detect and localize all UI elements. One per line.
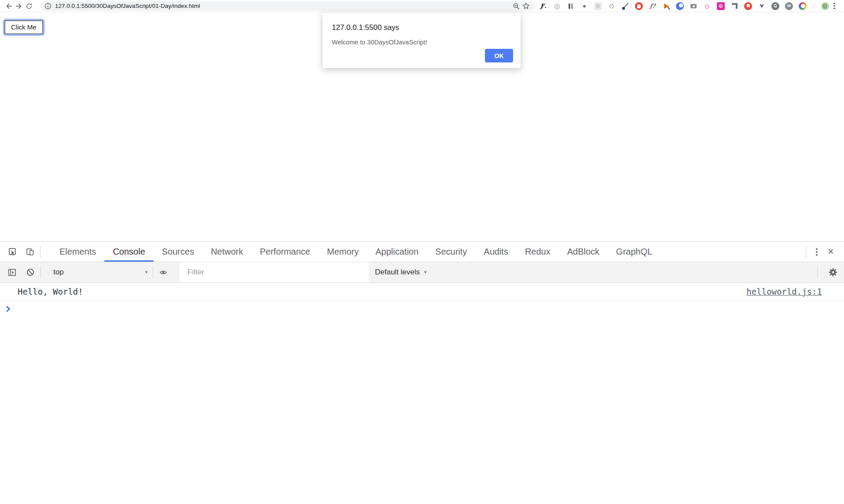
- gear-icon: [829, 268, 837, 277]
- tab-memory[interactable]: Memory: [319, 242, 367, 262]
- target-extension-icon[interactable]: ◎: [553, 2, 561, 10]
- tab-performance[interactable]: Performance: [252, 242, 319, 262]
- bug-extension-icon[interactable]: ●: [580, 2, 588, 10]
- alert-dialog: 127.0.0.1:5500 says Welcome to 30DaysOfJ…: [323, 13, 521, 68]
- console-prompt-chevron-icon: [6, 305, 11, 313]
- fonts-ninja-extension-icon[interactable]: Ƒ.: [539, 2, 547, 10]
- tab-application[interactable]: Application: [367, 242, 427, 262]
- tab-redux[interactable]: Redux: [517, 242, 559, 262]
- gray-steps-extension-icon[interactable]: [730, 2, 738, 10]
- tab-audits[interactable]: Audits: [475, 242, 517, 262]
- zoom-magnifier-icon[interactable]: [511, 1, 521, 11]
- tab-console[interactable]: Console: [104, 242, 153, 262]
- live-expression-eye-button[interactable]: [158, 267, 169, 278]
- reload-button[interactable]: [24, 1, 34, 11]
- extensions-strip: Ƒ. ◎ ● ⚙ ⊙ ƒ? ◇ ⚙ ♥ G W {}: [539, 2, 829, 10]
- inspect-cursor-icon: [8, 248, 17, 256]
- dots-circle-extension-icon[interactable]: ⊙: [608, 2, 616, 10]
- forward-button[interactable]: [14, 1, 24, 11]
- w-circle-extension-icon[interactable]: W: [785, 2, 793, 10]
- execution-context-select[interactable]: top ▼: [53, 268, 148, 277]
- tab-sources[interactable]: Sources: [154, 242, 202, 262]
- camera-extension-icon[interactable]: [690, 2, 697, 10]
- back-arrow-icon: [5, 3, 12, 10]
- clear-console-icon: [26, 268, 34, 276]
- function-question-extension-icon[interactable]: ƒ?: [649, 2, 657, 10]
- console-sidebar-toggle-button[interactable]: [6, 267, 18, 278]
- devtools-settings-button[interactable]: [827, 267, 839, 278]
- console-message-source-link[interactable]: helloworld.js:1: [746, 287, 822, 296]
- alert-dialog-message: Welcome to 30DaysOfJavaScript!: [332, 39, 508, 46]
- log-levels-select[interactable]: Default levels ▼: [375, 268, 427, 277]
- forward-arrow-icon: [15, 3, 22, 10]
- devtools-close-button[interactable]: ×: [823, 245, 839, 259]
- device-toolbar-icon: [26, 248, 34, 256]
- red-bookmark-extension-icon[interactable]: [744, 2, 752, 10]
- browser-toolbar: 127.0.0.1:5500/30DaysOfJavaScript/01-Day…: [0, 0, 844, 12]
- extensions-separator: [814, 2, 814, 10]
- tabbar-spacer: [661, 242, 801, 262]
- url-text: 127.0.0.1:5500/30DaysOfJavaScript/01-Day…: [55, 3, 200, 9]
- device-toolbar-button[interactable]: [24, 246, 36, 258]
- megaphone-extension-icon[interactable]: [662, 2, 670, 10]
- console-prompt-row[interactable]: [0, 301, 844, 314]
- tab-adblock[interactable]: AdBlock: [559, 242, 608, 262]
- levels-caret-down-icon: ▼: [423, 270, 427, 274]
- blue-orbit-extension-icon[interactable]: [676, 2, 684, 10]
- bookmark-star-icon[interactable]: [521, 1, 531, 11]
- pink-gear-extension-icon[interactable]: ⚙: [717, 2, 725, 10]
- json-viewer-extension-icon[interactable]: {}: [821, 2, 829, 10]
- clear-console-button[interactable]: [25, 267, 36, 278]
- color-picker-extension-icon[interactable]: [621, 2, 629, 10]
- click-me-button[interactable]: Click Me: [4, 20, 43, 34]
- inspect-element-button[interactable]: [7, 246, 18, 258]
- tabbar-divider: [40, 246, 40, 258]
- eye-icon: [159, 268, 167, 277]
- tab-elements[interactable]: Elements: [51, 242, 104, 262]
- console-toolbar-divider-2: [153, 267, 153, 278]
- color-ring-extension-icon[interactable]: [799, 2, 807, 10]
- devtools-panel: Elements Console Sources Network Perform…: [0, 241, 844, 504]
- heart-search-extension-icon[interactable]: ♥: [758, 2, 766, 10]
- tab-network[interactable]: Network: [202, 242, 251, 262]
- log-levels-value: Default levels: [375, 268, 420, 277]
- back-button[interactable]: [4, 1, 14, 11]
- gray-gear-extension-icon[interactable]: ⚙: [594, 2, 602, 10]
- context-caret-down-icon: ▼: [144, 270, 148, 274]
- tabbar-right-divider: [806, 246, 806, 258]
- reload-icon: [26, 3, 33, 10]
- tab-graphql[interactable]: GraphQL: [608, 242, 661, 262]
- devtools-tabbar: Elements Console Sources Network Perform…: [0, 242, 844, 262]
- tab-security[interactable]: Security: [427, 242, 475, 262]
- url-bar[interactable]: 127.0.0.1:5500/30DaysOfJavaScript/01-Day…: [40, 1, 535, 11]
- console-toolbar-divider: [40, 267, 41, 278]
- console-message-text: Hello, World!: [18, 287, 83, 296]
- stop-hand-extension-icon[interactable]: [635, 2, 643, 10]
- console-sidebar-icon: [8, 268, 16, 277]
- info-icon[interactable]: [44, 3, 51, 10]
- execution-context-value: top: [53, 268, 64, 277]
- alert-dialog-title: 127.0.0.1:5500 says: [332, 23, 508, 32]
- console-filter-input[interactable]: [180, 262, 369, 282]
- alert-ok-button[interactable]: OK: [485, 49, 513, 62]
- pause-bars-extension-icon[interactable]: [567, 2, 575, 10]
- devtools-menu-button[interactable]: [811, 246, 823, 258]
- console-toolbar-right-divider: [817, 267, 818, 278]
- browser-menu-button[interactable]: [829, 1, 840, 11]
- graphql-extension-icon[interactable]: ◇: [703, 2, 711, 10]
- console-toolbar: top ▼ Default levels ▼: [0, 262, 844, 283]
- console-message-row: Hello, World! helloworld.js:1: [0, 283, 844, 301]
- g-circle-extension-icon[interactable]: G: [771, 2, 779, 10]
